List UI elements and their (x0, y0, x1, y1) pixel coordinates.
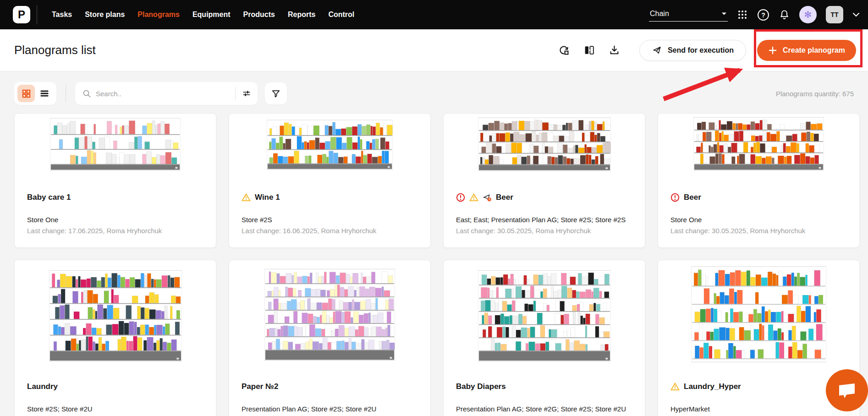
nav-item-reports[interactable]: Reports (281, 11, 322, 19)
card-last-change: Last change: 30.05.2025, Roma Hryhorchuk (444, 227, 645, 235)
warning-icon (670, 382, 680, 391)
app-logo-letter: P (18, 8, 25, 21)
nav-item-planograms[interactable]: Planograms (131, 11, 186, 19)
card-stores: East; East; Presentation Plan AG; Store … (444, 216, 645, 224)
create-planogram-button[interactable]: Create planogram (757, 40, 856, 61)
card-title-row: Beer (658, 193, 859, 202)
card-last-change: Last change: 16.06.2025, Roma Hryhorchuk (229, 227, 430, 235)
apps-grid-button[interactable] (737, 9, 748, 20)
planogram-card-wine-1[interactable]: Wine 1Store #2SLast change: 16.06.2025, … (229, 113, 431, 248)
svg-text:?: ? (761, 11, 765, 18)
card-stores: Store One (658, 216, 859, 224)
header-actions: Send for execution Create planogram (558, 40, 856, 61)
card-title-row: Laundry (15, 382, 216, 391)
planogram-thumbnail (15, 266, 216, 363)
list-view-icon (39, 88, 49, 99)
filter-icon (271, 88, 281, 99)
toolbar-divider (66, 85, 66, 102)
nav-item-tasks[interactable]: Tasks (45, 11, 78, 19)
planogram-thumbnail (229, 266, 430, 363)
send-pending-icon (483, 193, 492, 202)
send-button-label: Send for execution (668, 46, 734, 55)
create-button-label: Create planogram (783, 46, 845, 55)
card-title: Paper №2 (242, 382, 278, 391)
sync-icon (558, 44, 570, 56)
notifications-button[interactable] (779, 9, 790, 21)
chat-button[interactable] (826, 369, 868, 411)
planogram-card-laundry[interactable]: LaundryStore #2S; Store #2U (14, 260, 216, 416)
planogram-card-baby-diapers[interactable]: Baby DiapersPresentation Plan AG; Store … (443, 260, 645, 416)
download-icon (609, 44, 620, 56)
card-title: Laundry (27, 382, 58, 391)
top-nav: P TasksStore plansPlanogramsEquipmentPro… (0, 0, 868, 29)
nav-right: Chain ? ✻ TT (649, 6, 860, 23)
planogram-card-beer[interactable]: BeerStore OneLast change: 30.05.2025, Ro… (658, 113, 860, 248)
user-avatar[interactable]: TT (826, 6, 843, 23)
card-title: Baby care 1 (27, 193, 71, 202)
nav-menu: TasksStore plansPlanogramsEquipmentProdu… (45, 11, 361, 19)
tune-button[interactable] (236, 82, 258, 104)
card-stores: Store #2S (229, 216, 430, 224)
chain-caret-icon (721, 12, 727, 16)
chain-select[interactable]: Chain (649, 8, 728, 22)
nav-item-products[interactable]: Products (237, 11, 281, 19)
error-icon (456, 193, 465, 202)
nav-divider (37, 5, 37, 24)
user-menu-chevron-icon[interactable] (852, 12, 860, 17)
search-box (75, 82, 258, 105)
app-logo[interactable]: P (13, 6, 30, 23)
help-button[interactable]: ? (757, 9, 769, 21)
header-icon-group (558, 44, 620, 56)
card-stores: Store One (15, 216, 216, 224)
sync-button[interactable] (558, 44, 570, 56)
card-stores: HyperMarket (658, 405, 859, 413)
apps-grid-icon (737, 9, 748, 20)
card-title: Baby Diapers (456, 382, 506, 391)
user-avatar-initials: TT (830, 11, 838, 18)
nav-item-store-plans[interactable]: Store plans (78, 11, 131, 19)
card-title-row: Baby Diapers (444, 382, 645, 391)
tune-icon (242, 88, 252, 99)
view-toggle (14, 82, 56, 105)
page-header: Planograms list (0, 29, 868, 71)
card-last-change: Last change: 17.06.2025, Roma Hryhorchuk (15, 227, 216, 235)
planograms-quantity: Planograms quantity: 675 (776, 90, 854, 98)
card-stores: Presentation Plan AG; Store #2S; Store #… (229, 405, 430, 413)
download-button[interactable] (609, 44, 620, 56)
card-title-row: Wine 1 (229, 193, 430, 202)
card-stores: Presentation Plan AG; Store #2G; Store #… (444, 405, 645, 413)
card-title: Wine 1 (255, 193, 280, 202)
planogram-thumbnail (229, 116, 430, 172)
planogram-thumbnail (444, 116, 645, 172)
card-title: Laundry_Hyper (684, 382, 741, 391)
planogram-card-baby-care-1[interactable]: Baby care 1Store OneLast change: 17.06.2… (14, 113, 216, 248)
nav-item-control[interactable]: Control (322, 11, 361, 19)
bell-icon (779, 9, 790, 21)
nav-item-equipment[interactable]: Equipment (186, 11, 237, 19)
send-for-execution-button[interactable]: Send for execution (639, 40, 746, 61)
compare-button[interactable] (583, 44, 595, 56)
account-avatar[interactable]: ✻ (799, 6, 817, 23)
planogram-card-paper-2[interactable]: Paper №2Presentation Plan AG; Store #2S;… (229, 260, 431, 416)
card-last-change: Last change: 30.05.2025, Roma Hryhorchuk (658, 227, 859, 235)
planogram-thumbnail (444, 266, 645, 363)
card-title: Beer (496, 193, 513, 202)
search-icon (82, 89, 91, 98)
grid-view-button[interactable] (17, 85, 35, 102)
card-title-row: Beer (444, 193, 645, 202)
filter-button[interactable] (265, 82, 287, 104)
list-view-button[interactable] (36, 85, 53, 102)
planogram-card-beer[interactable]: BeerEast; East; Presentation Plan AG; St… (443, 113, 645, 248)
warning-icon (469, 193, 478, 202)
search-input[interactable] (96, 90, 235, 98)
error-icon (670, 193, 680, 202)
toolbar: Planograms quantity: 675 (14, 82, 854, 105)
grid-view-icon (22, 89, 31, 99)
planogram-thumbnail (658, 266, 859, 363)
card-stores: Store #2S; Store #2U (15, 405, 216, 413)
page-title: Planograms list (14, 43, 96, 57)
card-title-row: Paper №2 (229, 382, 430, 391)
chain-select-value: Chain (650, 10, 669, 18)
planogram-grid: Baby care 1Store OneLast change: 17.06.2… (14, 113, 868, 416)
planogram-thumbnail (15, 116, 216, 172)
